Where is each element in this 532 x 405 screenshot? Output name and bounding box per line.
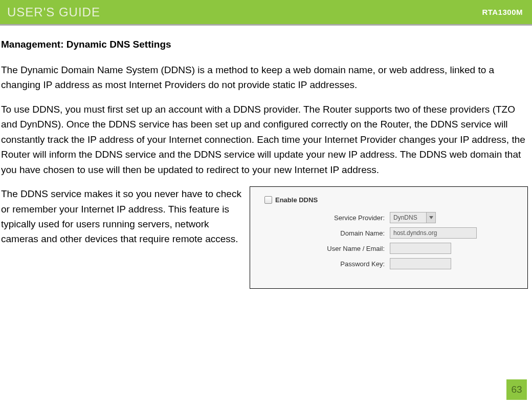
ddns-settings-panel: Enable DDNS Service Provider: DynDNS Dom… bbox=[250, 186, 528, 289]
password-row: Password Key: bbox=[264, 258, 517, 269]
page-number: 63 bbox=[506, 379, 527, 400]
domain-name-input[interactable] bbox=[390, 227, 477, 239]
enable-ddns-label: Enable DDNS bbox=[275, 196, 318, 204]
domain-name-label: Domain Name: bbox=[316, 229, 390, 237]
enable-ddns-checkbox[interactable] bbox=[264, 196, 272, 204]
header-title: USER'S GUIDE bbox=[7, 5, 100, 19]
user-name-input[interactable] bbox=[390, 243, 451, 254]
paragraph-2: To use DDNS, you must first set up an ac… bbox=[0, 102, 532, 177]
service-provider-row: Service Provider: DynDNS bbox=[264, 212, 517, 223]
user-name-row: User Name / Email: bbox=[264, 243, 517, 254]
header-bar: USER'S GUIDE RTA1300M bbox=[0, 0, 532, 26]
section-title: Management: Dynamic DNS Settings bbox=[0, 39, 532, 50]
paragraph-3: The DDNS service makes it so you never h… bbox=[0, 186, 246, 247]
service-provider-select[interactable]: DynDNS bbox=[390, 212, 436, 223]
header-model: RTA1300M bbox=[482, 8, 523, 16]
service-provider-value: DynDNS bbox=[390, 214, 426, 221]
chevron-down-icon bbox=[426, 212, 435, 223]
left-column: The DDNS service makes it so you never h… bbox=[0, 186, 246, 256]
password-input[interactable] bbox=[390, 258, 451, 269]
password-label: Password Key: bbox=[316, 260, 390, 268]
ddns-form: Enable DDNS Service Provider: DynDNS Dom… bbox=[250, 187, 527, 269]
enable-ddns-row: Enable DDNS bbox=[264, 196, 517, 204]
user-name-label: User Name / Email: bbox=[316, 245, 390, 252]
content-row: The DDNS service makes it so you never h… bbox=[0, 186, 532, 289]
domain-name-row: Domain Name: bbox=[264, 227, 517, 239]
service-provider-label: Service Provider: bbox=[316, 214, 390, 222]
main-content: Management: Dynamic DNS Settings The Dyn… bbox=[0, 26, 532, 289]
paragraph-1: The Dynamic Domain Name System (DDNS) is… bbox=[0, 62, 532, 93]
